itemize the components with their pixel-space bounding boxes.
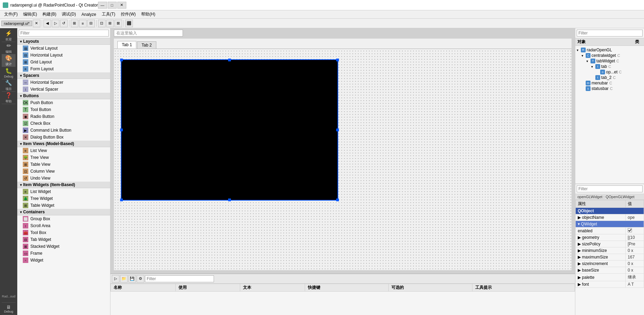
sidebar-item-vertical-spacer[interactable]: ↕ Vertical Spacer xyxy=(17,86,110,93)
sidebar-item-frame[interactable]: ▭ Frame xyxy=(17,250,110,257)
close-button[interactable]: ✕ xyxy=(117,2,126,9)
enabled-checkbox[interactable] xyxy=(628,228,632,232)
tree-row-tab1[interactable]: ▾ t tab C xyxy=(577,64,643,69)
sidebar-icon-debug2[interactable]: 🖥 Debug xyxy=(2,303,16,315)
menu-analyze[interactable]: Analyze xyxy=(79,11,99,18)
sidebar-item-vertical-layout[interactable]: ▤ Vertical Layout xyxy=(17,45,110,52)
sidebar-icon-radar[interactable]: Rad...oud xyxy=(2,290,16,303)
prop-row-sizeincrement[interactable]: ▶ sizeIncrement 0 x xyxy=(576,261,644,267)
sidebar-icon-edit[interactable]: ✏ 编辑 xyxy=(2,42,16,54)
toolbar-btn-4[interactable]: ⊞ xyxy=(71,20,78,27)
toolbar-btn-7[interactable]: ⊡ xyxy=(98,20,106,27)
menu-file[interactable]: 文件(F) xyxy=(1,11,20,18)
tab-1-button[interactable]: Tab 1 xyxy=(117,41,136,49)
resize-handle-bm[interactable] xyxy=(228,199,231,201)
menu-edit[interactable]: 编辑(E) xyxy=(20,11,40,18)
resize-handle-bl[interactable] xyxy=(120,199,123,201)
toolbar-btn-6[interactable]: ⊟ xyxy=(87,20,95,27)
sidebar-icon-project[interactable]: 🔧 项目 xyxy=(2,79,16,92)
sidebar-icon-welcome[interactable]: ⚡ 欢迎 xyxy=(2,30,16,42)
toolbar-btn-5[interactable]: ≡ xyxy=(79,20,87,27)
tab-2-button[interactable]: Tab 2 xyxy=(137,41,156,49)
menu-debug[interactable]: 调试(D) xyxy=(59,11,79,18)
sidebar-item-horizontal-spacer[interactable]: ↔ Horizontal Spacer xyxy=(17,79,110,86)
bottom-tb-btn-4[interactable]: ⚙ xyxy=(137,275,144,283)
designer-input[interactable] xyxy=(114,30,183,37)
menu-controls[interactable]: 控件(W) xyxy=(118,11,138,18)
menu-build[interactable]: 构建(B) xyxy=(40,11,59,18)
sidebar-item-undo-view[interactable]: ↺ Undo View xyxy=(17,175,110,182)
sidebar-item-column-view[interactable]: ⊡ Column View xyxy=(17,168,110,175)
prop-row-font[interactable]: ▶ font A T xyxy=(576,281,644,288)
sidebar-item-radio-button[interactable]: ◉ Radio Button xyxy=(17,113,110,120)
sidebar-item-table-widget[interactable]: ⊞ Table Widget xyxy=(17,202,110,209)
sidebar-item-list-view[interactable]: ≡ List View xyxy=(17,147,110,154)
maximize-button[interactable]: □ xyxy=(108,2,117,9)
section-layouts[interactable]: Layouts xyxy=(17,38,110,45)
sidebar-filter-input[interactable] xyxy=(19,30,109,37)
resize-handle-mr[interactable] xyxy=(336,129,339,131)
prop-row-sizepolicy[interactable]: ▶ sizePolicy [Pre xyxy=(576,241,644,247)
object-tree-filter-input[interactable] xyxy=(577,30,643,37)
tree-row-tabwidget[interactable]: ▾ T tabWidget C xyxy=(577,58,643,64)
prop-row-enabled[interactable]: enabled xyxy=(576,227,644,234)
sidebar-item-horizontal-layout[interactable]: ⊟ Horizontal Layout xyxy=(17,52,110,59)
prop-row-maxsize[interactable]: ▶ maximumSize 167 xyxy=(576,254,644,261)
properties-filter-input[interactable] xyxy=(577,185,643,192)
sidebar-item-scroll-area[interactable]: ↕ Scroll Area xyxy=(17,222,110,229)
tree-row-centralwidget[interactable]: ▾ C centralwidget C xyxy=(577,53,643,58)
tree-row-openet[interactable]: o op...et C xyxy=(577,69,643,75)
sidebar-item-tree-widget[interactable]: 🌲 Tree Widget xyxy=(17,195,110,202)
tree-row-tab2[interactable]: t tab_2 C xyxy=(577,75,643,80)
tab-close-button[interactable]: ✕ xyxy=(33,20,40,27)
resize-handle-tr[interactable] xyxy=(336,59,339,61)
menu-tools[interactable]: 工具(T) xyxy=(99,11,118,18)
tree-row-menubar[interactable]: m menubar C xyxy=(577,80,643,86)
resize-handle-ml[interactable] xyxy=(120,129,123,131)
form-canvas[interactable]: Tab 1 Tab 2 xyxy=(114,39,572,270)
sidebar-item-tool-button[interactable]: T Tool Button xyxy=(17,106,110,113)
opengl-widget[interactable] xyxy=(121,59,338,201)
bottom-tb-btn-1[interactable]: ▷ xyxy=(112,275,119,283)
menu-help[interactable]: 帮助(H) xyxy=(138,11,158,18)
tree-row-radar[interactable]: ▾ R radarOpenGL xyxy=(577,47,643,53)
resize-handle-br[interactable] xyxy=(336,199,339,201)
prop-row-palette[interactable]: ▶ palette 继承 xyxy=(576,274,644,281)
sidebar-item-check-box[interactable]: ☑ Check Box xyxy=(17,120,110,127)
prop-row-objectname[interactable]: ▶ objectName ope xyxy=(576,214,644,221)
prop-row-geometry[interactable]: ▶ geometry [(10 xyxy=(576,234,644,241)
sidebar-item-list-widget[interactable]: ≡ List Widget xyxy=(17,188,110,195)
sidebar-item-grid-layout[interactable]: ⊞ Grid Layout xyxy=(17,59,110,65)
resize-handle-tl[interactable] xyxy=(120,59,123,61)
sidebar-item-command-link[interactable]: ▶ Command Link Button xyxy=(17,127,110,134)
toolbar-btn-10[interactable]: ⬛ xyxy=(125,20,133,27)
section-item-widgets[interactable]: Item Widgets (Item-Based) xyxy=(17,182,110,188)
section-item-views[interactable]: Item Views (Model-Based) xyxy=(17,141,110,147)
section-spacers[interactable]: Spacers xyxy=(17,72,110,79)
sidebar-icon-debug[interactable]: 🐛 Debug xyxy=(2,67,16,79)
minimize-button[interactable]: — xyxy=(98,2,107,9)
sidebar-icon-help[interactable]: ❓ 帮助 xyxy=(2,92,16,104)
sidebar-item-dialog-button-box[interactable]: ✕ Dialog Button Box xyxy=(17,134,110,141)
sidebar-item-form-layout[interactable]: ≡ Form Layout xyxy=(17,65,110,72)
toolbar-btn-1[interactable]: ◀ xyxy=(43,20,51,27)
sidebar-item-group-box[interactable]: ⬜ Group Box xyxy=(17,215,110,222)
sidebar-item-stacked-widget[interactable]: ⊠ Stacked Widget xyxy=(17,243,110,250)
sidebar-item-tab-widget[interactable]: ⊟ Tab Widget xyxy=(17,236,110,243)
sidebar-item-table-view[interactable]: ⊞ Table View xyxy=(17,161,110,168)
sidebar-item-tool-box[interactable]: 🧰 Tool Box xyxy=(17,229,110,236)
prop-row-basesize[interactable]: ▶ baseSize 0 x xyxy=(576,267,644,274)
sidebar-item-tree-view[interactable]: 🌳 Tree View xyxy=(17,154,110,161)
section-buttons[interactable]: Buttons xyxy=(17,93,110,99)
tree-row-statusbar[interactable]: s statusbar C xyxy=(577,86,643,91)
toolbar-btn-2[interactable]: ▷ xyxy=(52,20,59,27)
sidebar-icon-design[interactable]: 🎨 设计 xyxy=(2,54,16,67)
section-containers[interactable]: Containers xyxy=(17,209,110,215)
bottom-tb-btn-2[interactable]: 📁 xyxy=(120,275,128,283)
resize-handle-tm[interactable] xyxy=(228,59,231,61)
bottom-filter-input[interactable] xyxy=(145,275,214,282)
tab-file-label[interactable]: radaropengl.ui* xyxy=(1,21,32,26)
prop-row-minsize[interactable]: ▶ minimumSize 0 x xyxy=(576,247,644,254)
toolbar-btn-9[interactable]: ⊠ xyxy=(115,20,122,27)
bottom-tb-btn-3[interactable]: 💾 xyxy=(128,275,136,283)
